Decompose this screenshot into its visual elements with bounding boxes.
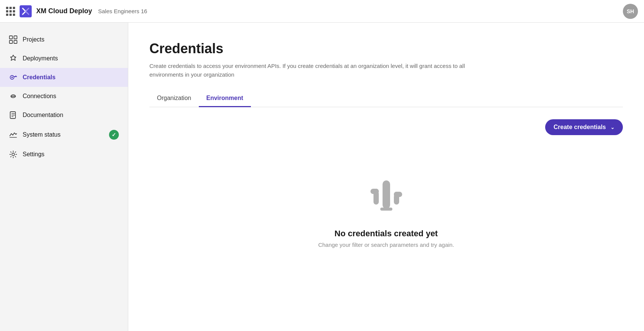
create-credentials-button[interactable]: Create credentials ⌄: [545, 119, 623, 135]
svg-rect-4: [14, 40, 17, 43]
page-title: Credentials: [149, 41, 623, 57]
settings-icon: [9, 150, 17, 159]
credentials-icon: [9, 73, 17, 82]
documentation-icon: [9, 111, 17, 119]
system-status-badge: ✓: [109, 130, 119, 140]
system-status-icon: [9, 131, 17, 139]
sidebar-item-system-status-label: System status: [23, 131, 104, 138]
header-left: XM Cloud Deploy Sales Engineers 16: [6, 5, 147, 17]
deployments-icon: [9, 54, 17, 63]
svg-rect-13: [370, 189, 379, 194]
empty-state-subtitle: Change your filter or search parameters …: [318, 242, 454, 248]
sidebar: Projects Deployments Credentials: [0, 23, 128, 331]
svg-rect-3: [9, 40, 12, 43]
svg-point-6: [11, 77, 13, 78]
empty-state: No credentials created yet Change your f…: [149, 150, 623, 271]
toolbar: Create credentials ⌄: [149, 119, 623, 135]
sidebar-item-deployments-label: Deployments: [23, 55, 119, 62]
main-layout: Projects Deployments Credentials: [0, 23, 644, 331]
sidebar-item-projects[interactable]: Projects: [0, 30, 128, 49]
svg-rect-17: [380, 208, 392, 211]
tab-environment[interactable]: Environment: [199, 90, 251, 107]
sidebar-item-system-status[interactable]: System status ✓: [0, 125, 128, 145]
user-avatar[interactable]: SH: [623, 4, 638, 19]
sidebar-item-credentials-label: Credentials: [23, 74, 119, 81]
svg-rect-16: [394, 192, 402, 197]
org-name: Sales Engineers 16: [98, 8, 147, 14]
header-right: SH: [623, 4, 638, 19]
sidebar-item-connections[interactable]: Connections: [0, 87, 128, 106]
sidebar-item-documentation-label: Documentation: [23, 112, 119, 119]
create-credentials-label: Create credentials: [553, 124, 606, 131]
page-description: Create credentials to access your enviro…: [149, 62, 489, 79]
cactus-icon: [364, 173, 409, 218]
svg-point-9: [12, 153, 15, 156]
system-status-check-icon: ✓: [112, 132, 116, 138]
header: XM Cloud Deploy Sales Engineers 16 SH: [0, 0, 644, 23]
svg-rect-2: [14, 36, 17, 39]
app-name: XM Cloud Deploy: [36, 7, 92, 15]
chevron-down-icon: ⌄: [610, 125, 615, 130]
sidebar-item-settings-label: Settings: [23, 151, 119, 158]
projects-icon: [9, 35, 17, 44]
tab-organization[interactable]: Organization: [149, 90, 199, 107]
svg-rect-1: [9, 36, 12, 39]
sidebar-item-credentials[interactable]: Credentials: [0, 68, 128, 87]
sidebar-item-projects-label: Projects: [23, 36, 119, 43]
svg-rect-10: [383, 180, 390, 209]
empty-state-title: No credentials created yet: [335, 229, 438, 239]
sidebar-item-deployments[interactable]: Deployments: [0, 49, 128, 68]
grid-menu-icon[interactable]: [6, 7, 15, 16]
sidebar-item-settings[interactable]: Settings: [0, 145, 128, 164]
sidebar-item-documentation[interactable]: Documentation: [0, 106, 128, 125]
tabs-bar: Organization Environment: [149, 90, 623, 107]
main-content: Credentials Create credentials to access…: [128, 23, 644, 331]
sidebar-item-connections-label: Connections: [23, 93, 119, 100]
connections-icon: [9, 92, 17, 100]
xm-logo-icon: [20, 5, 32, 17]
